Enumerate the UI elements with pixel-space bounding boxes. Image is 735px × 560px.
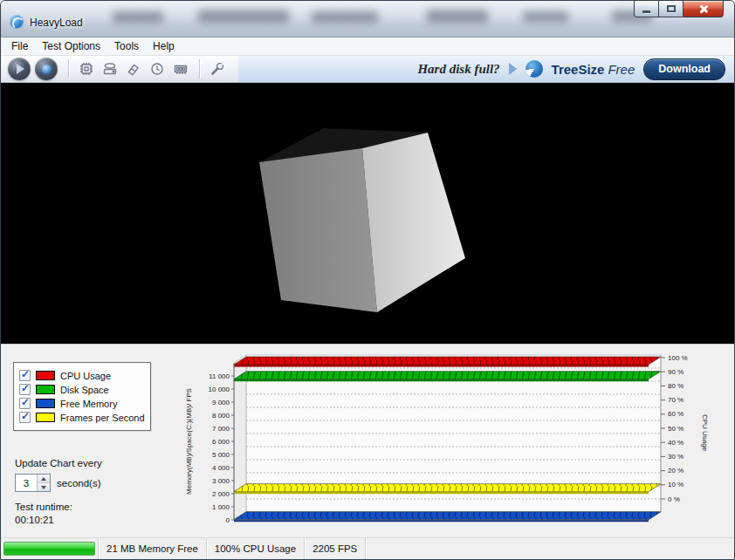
svg-text:11 000: 11 000 (209, 372, 230, 380)
test-duration-button[interactable] (146, 58, 168, 80)
disk-space-swatch (36, 385, 55, 394)
spinner-up-button[interactable] (38, 475, 50, 482)
window-controls (635, 1, 724, 17)
svg-text:30 %: 30 % (668, 453, 683, 461)
chart-legend: CPU Usage Disk Space Free Memory Frames … (13, 362, 151, 431)
svg-text:1 000: 1 000 (212, 503, 230, 511)
clock-icon (149, 61, 165, 77)
start-test-button[interactable] (8, 58, 31, 80)
allocate-memory-button[interactable] (169, 58, 191, 80)
memory-progress-bar (1, 538, 99, 559)
legend-row-fps: Frames per Second (19, 412, 145, 423)
disk-space-checkbox[interactable] (19, 384, 31, 395)
menubar: File Test Options Tools Help (1, 38, 734, 56)
svg-text:CPU Usage: CPU Usage (701, 414, 709, 452)
disk-icon (102, 61, 118, 77)
legend-label: Disk Space (60, 385, 109, 395)
fps-swatch (36, 413, 55, 422)
status-fps: 2205 FPS (305, 538, 366, 559)
menu-help[interactable]: Help (146, 38, 182, 54)
svg-text:10 000: 10 000 (209, 386, 230, 393)
ad-question-link[interactable]: Hard disk full? (417, 62, 499, 77)
maximize-button[interactable] (658, 1, 683, 17)
svg-text:20 %: 20 % (668, 467, 683, 475)
treesize-brand-name[interactable]: TreeSizeFree (552, 62, 635, 77)
minimize-button[interactable] (634, 1, 659, 17)
close-button[interactable] (683, 1, 724, 17)
spinner-buttons (37, 475, 50, 491)
svg-text:40 %: 40 % (668, 439, 683, 447)
free-memory-swatch (36, 399, 55, 408)
toolbar-separator (199, 59, 200, 79)
memory-test-button[interactable] (122, 58, 144, 80)
stop-icon (42, 65, 52, 74)
legend-label: Frames per Second (60, 413, 145, 423)
gpu-render-area (1, 83, 734, 344)
cpu-stress-button[interactable] (75, 58, 97, 80)
legend-row-disk: Disk Space (19, 384, 145, 395)
treesize-brand-suffix: Free (608, 62, 635, 77)
maximize-icon (667, 5, 676, 12)
heavyload-window: HeavyLoad File Test Options Tools Help (0, 0, 735, 560)
toolbar: Hard disk full? TreeSizeFree Download (1, 56, 734, 83)
cpu-icon (79, 61, 94, 77)
svg-text:50 %: 50 % (668, 425, 683, 433)
treesize-ad-banner[interactable]: Hard disk full? TreeSizeFree Download (238, 56, 734, 82)
treesize-logo-icon (525, 60, 543, 78)
titlebar[interactable]: HeavyLoad (1, 1, 734, 38)
glass-reflection (312, 11, 378, 23)
statusbar: 21 MB Memory Free 100% CPU Usage 2205 FP… (1, 537, 734, 559)
interval-value[interactable]: 3 (16, 475, 37, 491)
treesize-brand: TreeSize (552, 62, 605, 77)
svg-text:70 %: 70 % (668, 396, 683, 404)
spinner-down-button[interactable] (38, 482, 50, 491)
free-memory-checkbox[interactable] (19, 398, 31, 409)
usage-chart: 01 0002 0003 0004 0005 0006 0007 0008 00… (177, 350, 727, 535)
test-runtime-value: 00:10:21 (15, 515, 54, 525)
interval-spinner[interactable]: 3 (15, 474, 51, 492)
svg-text:5 000: 5 000 (212, 451, 230, 459)
menu-test-options[interactable]: Test Options (35, 38, 107, 54)
svg-text:8 000: 8 000 (212, 412, 230, 420)
status-cpu-usage: 100% CPU Usage (207, 538, 305, 559)
close-icon (698, 4, 708, 14)
interval-unit-label: second(s) (57, 478, 101, 488)
test-runtime-label: Test runtime: (15, 502, 72, 512)
glass-reflection (198, 10, 289, 23)
svg-text:0: 0 (226, 516, 230, 524)
menu-file[interactable]: File (4, 38, 35, 54)
window-title: HeavyLoad (30, 17, 83, 29)
settings-button[interactable] (206, 58, 228, 80)
chevron-down-icon (41, 486, 46, 489)
menu-tools[interactable]: Tools (107, 38, 146, 54)
minimize-icon (642, 10, 650, 13)
svg-text:10 %: 10 % (668, 481, 683, 488)
legend-row-cpu: CPU Usage (19, 370, 145, 381)
fps-checkbox[interactable] (19, 412, 31, 423)
svg-text:Memory(MB)/Space(C:)(MB)/ FPS: Memory(MB)/Space(C:)(MB)/ FPS (185, 388, 193, 495)
memory-progress-fill (3, 542, 95, 556)
svg-text:6 000: 6 000 (212, 438, 230, 446)
glass-reflection (523, 11, 568, 22)
svg-text:2 000: 2 000 (212, 490, 230, 498)
update-chart-label: Update Chart every (15, 458, 102, 468)
eraser-icon (126, 61, 141, 77)
disk-write-button[interactable] (99, 58, 120, 80)
download-button[interactable]: Download (643, 58, 725, 80)
legend-row-memory: Free Memory (19, 398, 145, 409)
svg-text:9 000: 9 000 (212, 399, 230, 406)
monitor-panel: CPU Usage Disk Space Free Memory Frames … (1, 344, 734, 537)
chevron-up-icon (41, 477, 46, 481)
svg-text:0 %: 0 % (668, 495, 680, 503)
svg-text:60 %: 60 % (668, 410, 683, 418)
toolbar-separator (68, 59, 69, 79)
legend-label: CPU Usage (60, 371, 111, 381)
heavyload-app-icon (10, 15, 24, 29)
cpu-usage-checkbox[interactable] (19, 370, 31, 381)
stop-test-button[interactable] (35, 58, 58, 80)
chevron-right-icon (509, 63, 517, 75)
glass-reflection (113, 11, 163, 23)
svg-text:80 %: 80 % (668, 382, 683, 390)
wrench-icon (210, 61, 225, 77)
cpu-usage-swatch (36, 371, 55, 380)
